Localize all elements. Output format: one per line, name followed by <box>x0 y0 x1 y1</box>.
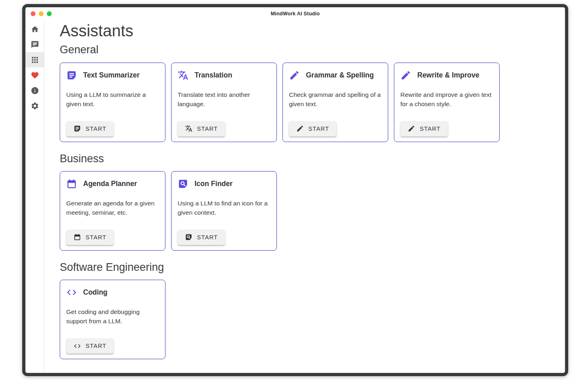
card-description: Generate an agenda for a given meeting, … <box>66 199 158 218</box>
card-title: Text Summarizer <box>83 71 140 80</box>
assistant-card-text-summarizer: Text Summarizer Using a LLM to summarize… <box>60 63 165 142</box>
start-button-label: START <box>86 343 107 349</box>
card-description: Get coding and debugging support from a … <box>66 308 158 326</box>
zoom-button[interactable] <box>47 11 52 16</box>
assistant-card-translation: Translation Translate text into another … <box>171 63 277 142</box>
assistant-card-agenda-planner: Agenda Planner Generate an agenda for a … <box>60 171 165 251</box>
section-title-general: General <box>60 43 554 56</box>
sidebar-item-assistants[interactable] <box>25 52 44 67</box>
section-title-software-engineering: Software Engineering <box>60 261 554 274</box>
card-title: Translation <box>195 71 232 80</box>
document-icon <box>66 70 77 81</box>
card-title: Grammar & Spelling <box>306 71 374 80</box>
section-software-engineering-cards: Coding Get coding and debugging support … <box>60 280 554 359</box>
card-description: Rewrite and improve a given text for a c… <box>400 90 492 109</box>
sidebar-item-settings[interactable] <box>25 98 44 113</box>
section-title-business: Business <box>60 152 554 165</box>
icon-search-icon <box>178 178 188 189</box>
close-button[interactable] <box>31 11 36 16</box>
translate-icon <box>185 125 193 132</box>
pencil-icon <box>289 70 300 81</box>
card-description: Translate text into another language. <box>178 90 270 109</box>
card-header: Icon Finder <box>178 178 270 189</box>
start-button-label: START <box>420 126 441 132</box>
start-button-label: START <box>197 126 218 132</box>
content-area: Assistants General Text Summarizer Using… <box>44 20 565 373</box>
sidebar <box>25 20 44 373</box>
info-icon <box>31 86 39 95</box>
card-title: Icon Finder <box>195 180 232 188</box>
card-description: Using a LLM to find an icon for a given … <box>178 199 270 218</box>
card-header: Translation <box>178 70 270 81</box>
start-button-label: START <box>86 234 107 241</box>
calendar-icon <box>73 233 81 241</box>
assistant-card-coding: Coding Get coding and debugging support … <box>60 280 165 359</box>
start-button[interactable]: START <box>178 230 225 245</box>
code-icon <box>66 287 77 298</box>
page-title: Assistants <box>60 21 554 40</box>
assistant-card-rewrite-improve: Rewrite & Improve Rewrite and improve a … <box>394 63 500 142</box>
sidebar-item-chats[interactable] <box>25 37 44 52</box>
minimize-button[interactable] <box>39 11 44 16</box>
pencil-icon <box>296 125 304 132</box>
card-description: Check grammar and spelling of a given te… <box>289 90 381 109</box>
card-header: Grammar & Spelling <box>289 70 382 81</box>
start-button[interactable]: START <box>178 121 225 136</box>
card-header: Text Summarizer <box>66 70 159 81</box>
translate-icon <box>178 70 188 81</box>
pencil-icon <box>400 70 411 81</box>
start-button-label: START <box>86 126 107 132</box>
start-button[interactable]: START <box>66 121 114 136</box>
traffic-lights <box>31 7 52 20</box>
card-header: Agenda Planner <box>66 178 159 189</box>
start-button[interactable]: START <box>400 121 448 136</box>
app-window: MindWork AI Studio Assistants <box>22 4 568 376</box>
window-titlebar[interactable]: MindWork AI Studio <box>25 7 565 20</box>
section-general-cards: Text Summarizer Using a LLM to summarize… <box>60 63 554 142</box>
card-title: Coding <box>83 288 107 297</box>
card-header: Coding <box>66 287 159 298</box>
document-icon <box>73 125 81 132</box>
card-description: Using a LLM to summarize a given text. <box>66 90 158 109</box>
assistant-card-icon-finder: Icon Finder Using a LLM to find an icon … <box>171 171 277 251</box>
main-area: Assistants General Text Summarizer Using… <box>25 20 565 373</box>
pencil-icon <box>408 125 415 132</box>
assistant-card-grammar-spelling: Grammar & Spelling Check grammar and spe… <box>282 63 388 142</box>
start-button[interactable]: START <box>66 230 114 245</box>
start-button-label: START <box>308 126 329 132</box>
start-button[interactable]: START <box>66 338 114 354</box>
sidebar-item-about[interactable] <box>25 83 44 98</box>
icon-search-icon <box>185 233 193 241</box>
apps-grid-icon <box>31 56 39 64</box>
card-title: Rewrite & Improve <box>417 71 479 80</box>
gear-icon <box>31 102 39 110</box>
heart-icon <box>31 71 39 80</box>
sidebar-item-favorites[interactable] <box>25 67 44 83</box>
home-icon <box>31 25 39 33</box>
start-button-label: START <box>197 234 218 241</box>
sidebar-item-home[interactable] <box>25 21 44 37</box>
card-header: Rewrite & Improve <box>400 70 493 81</box>
chat-icon <box>31 40 39 49</box>
start-button[interactable]: START <box>289 121 337 136</box>
window-title: MindWork AI Studio <box>271 11 320 17</box>
card-title: Agenda Planner <box>83 180 137 188</box>
code-icon <box>73 342 81 350</box>
section-business-cards: Agenda Planner Generate an agenda for a … <box>60 171 554 251</box>
calendar-icon <box>66 178 77 189</box>
